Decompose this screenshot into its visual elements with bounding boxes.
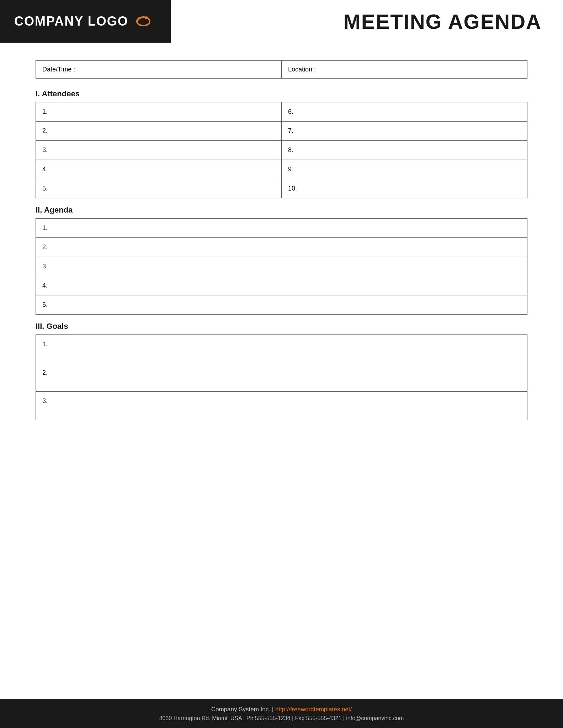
attendee-8: 8. [282,141,527,160]
footer-company-name: Company System Inc. [211,706,270,713]
attendee-5: 5. [36,179,282,198]
goal-item-2: 2. [36,363,527,392]
goal-item-1: 1. [36,335,527,363]
attendee-10: 10. [282,179,527,198]
goals-table: 1. 2. 3. [36,334,527,420]
attendee-3: 3. [36,141,282,160]
footer-address: 8030 Harrington Rd. Miami. USA | Ph 555-… [0,715,563,722]
footer-link[interactable]: http://freewordtemplates.net/ [275,706,352,713]
agenda-item-5: 5. [36,295,527,315]
svg-point-1 [145,16,148,19]
datetime-cell: Date/Time : [36,61,282,79]
logo-swirl-icon [133,14,150,28]
attendee-9: 9. [282,160,527,179]
agenda-item-2: 2. [36,238,527,257]
main-content: Date/Time : Location : I. Attendees 1. 6… [0,43,563,568]
title-area: MEETING AGENDA [171,0,563,43]
attendees-table: 1. 6. 2. 7. 3. 8. 4. 9. 5. 10. [36,102,527,198]
attendee-4: 4. [36,160,282,179]
agenda-item-1: 1. [36,219,527,238]
footer-separator: | [272,706,275,713]
logo-area: COMPANY LOGO [0,0,171,43]
page-header: COMPANY LOGO MEETING AGENDA [0,0,563,43]
attendee-1: 1. [36,102,282,122]
info-table: Date/Time : Location : [36,60,527,79]
goals-section-header: III. Goals [36,322,527,331]
datetime-label: Date/Time : [42,66,75,73]
attendee-2: 2. [36,122,282,141]
agenda-item-4: 4. [36,276,527,295]
company-logo: COMPANY LOGO [14,14,150,29]
agenda-section-header: II. Agenda [36,205,527,215]
attendee-7: 7. [282,122,527,141]
location-label: Location : [288,66,316,73]
footer-line1: Company System Inc. | http://freewordtem… [0,706,563,713]
agenda-table: 1. 2. 3. 4. 5. [36,218,527,315]
goal-item-3: 3. [36,392,527,420]
attendee-6: 6. [282,102,527,122]
page-title: MEETING AGENDA [343,10,542,33]
agenda-item-3: 3. [36,257,527,276]
logo-label: COMPANY LOGO [14,14,128,29]
location-cell: Location : [282,61,527,79]
attendees-section-header: I. Attendees [36,89,527,98]
page-footer: Company System Inc. | http://freewordtem… [0,699,563,728]
